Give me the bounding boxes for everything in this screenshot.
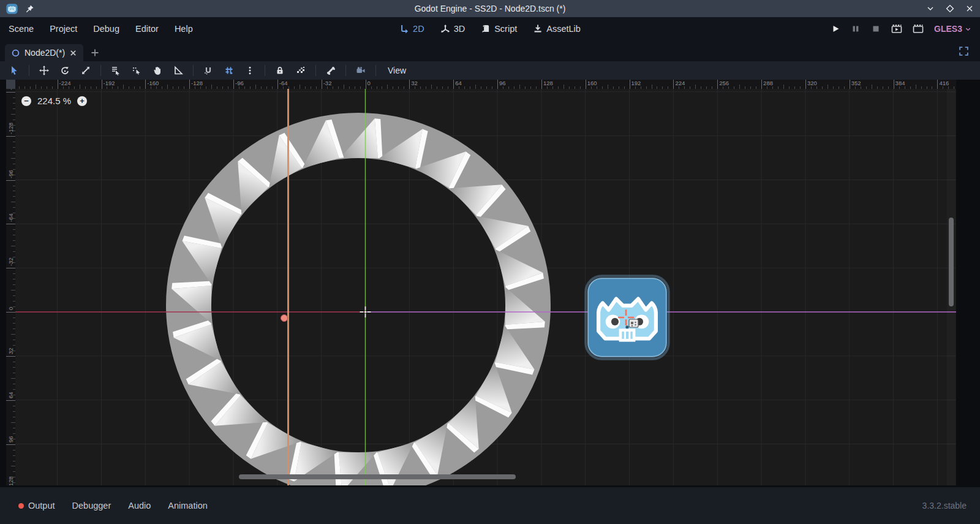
canvas-toolbar: View — [0, 61, 980, 80]
play-scene-icon[interactable] — [891, 24, 902, 34]
toolbar-separator — [315, 65, 316, 76]
scene-tab-bar: Node2D(*) — [0, 40, 980, 61]
horizontal-scrollbar[interactable] — [239, 474, 516, 479]
distraction-free-button[interactable] — [952, 44, 975, 59]
title-bar: Godot Engine - SS2D - Node2D.tscn (*) — [0, 0, 980, 17]
view-menu[interactable]: View — [382, 66, 412, 75]
shape-control-point[interactable] — [281, 315, 288, 322]
toolbar-separator — [29, 65, 29, 76]
scene-tab-label: Node2D(*) — [24, 48, 65, 58]
zoom-percent-label[interactable]: 224.5 % — [37, 96, 71, 106]
dock-tab-animation[interactable]: Animation — [159, 501, 216, 511]
ruler-tool-icon — [173, 66, 183, 75]
maximize-icon[interactable] — [946, 4, 954, 13]
toolbar-separator — [345, 65, 346, 76]
godot-sprite[interactable] — [586, 276, 668, 359]
canvas-viewport: -224-192-160-128-96-64-32032649612816019… — [0, 80, 980, 485]
zoom-minus-icon[interactable]: − — [21, 96, 31, 106]
move-tool-button[interactable] — [35, 63, 53, 78]
dock-tab-audio[interactable]: Audio — [119, 501, 159, 511]
bottom-panel: Output Debugger Audio Animation 3.3.2.st… — [0, 485, 980, 524]
always-select-button[interactable] — [127, 63, 146, 78]
zoom-plus-icon[interactable]: + — [77, 96, 87, 106]
play-custom-scene-icon[interactable] — [913, 24, 924, 34]
group-button[interactable] — [292, 63, 310, 78]
group-icon — [296, 66, 306, 75]
list-select-button[interactable] — [107, 63, 125, 78]
toolbar-separator — [375, 65, 376, 76]
menu-scene[interactable]: Scene — [9, 24, 34, 34]
bone-icon — [326, 66, 336, 75]
new-scene-tab-button[interactable] — [83, 44, 107, 61]
tab-3d[interactable]: 3D — [440, 24, 466, 34]
output-alert-dot — [18, 503, 24, 509]
canvas-drawing[interactable] — [15, 89, 956, 485]
pause-icon[interactable] — [851, 24, 861, 34]
bone-button[interactable] — [322, 63, 340, 78]
workspace-2d-icon — [399, 24, 409, 34]
assetlib-icon — [533, 24, 543, 34]
menu-editor[interactable]: Editor — [135, 24, 159, 34]
rotate-tool-button[interactable] — [56, 63, 74, 78]
scale-tool-icon — [81, 66, 91, 75]
window-title: Godot Engine - SS2D - Node2D.tscn (*) — [0, 4, 980, 13]
script-icon — [481, 24, 491, 34]
godot-logo-icon — [6, 3, 18, 15]
skeleton-options-button[interactable] — [352, 63, 370, 78]
close-tab-icon[interactable] — [69, 49, 77, 57]
tab-2d[interactable]: 2D — [399, 24, 424, 34]
scene-tab-node2d[interactable]: Node2D(*) — [5, 44, 83, 61]
menu-project[interactable]: Project — [50, 24, 77, 34]
skeleton-icon — [356, 66, 366, 75]
smart-snap-button[interactable] — [199, 63, 217, 78]
toolbar-separator — [265, 65, 265, 76]
list-select-icon — [111, 66, 121, 75]
select-tool-icon — [9, 66, 19, 75]
scale-tool-button[interactable] — [77, 63, 95, 78]
rotate-tool-icon — [60, 66, 70, 75]
menu-bar: Scene Project Debug Editor Help 2D 3D Sc… — [0, 17, 980, 40]
stop-icon[interactable] — [871, 24, 881, 34]
always-select-icon — [132, 66, 141, 75]
vertical-ruler: -160-128-96-64-320326496128 — [6, 89, 15, 485]
ss2d-ring-shape[interactable] — [166, 113, 551, 485]
smart-snap-icon — [203, 66, 213, 75]
workspace-3d-icon — [440, 24, 450, 34]
ruler-corner — [6, 80, 15, 89]
renderer-chevron-icon — [965, 26, 971, 32]
select-tool-button[interactable] — [5, 63, 23, 78]
renderer-label: GLES3 — [934, 24, 962, 34]
play-icon[interactable] — [831, 24, 840, 34]
snap-options-button[interactable] — [241, 63, 259, 78]
dock-tab-debugger[interactable]: Debugger — [64, 501, 120, 511]
grid-snap-icon — [224, 66, 234, 75]
lock-button[interactable] — [271, 63, 289, 78]
dock-tab-output[interactable]: Output — [10, 501, 64, 511]
menu-debug[interactable]: Debug — [93, 24, 119, 34]
toolbar-separator — [193, 65, 194, 76]
canvas-2d[interactable]: − 224.5 % + — [15, 89, 956, 485]
drag-cursor-icon — [629, 319, 638, 327]
close-icon[interactable] — [965, 4, 974, 13]
expand-icon — [959, 46, 969, 56]
pan-tool-button[interactable] — [148, 63, 167, 78]
horizontal-ruler: -224-192-160-128-96-64-32032649612816019… — [15, 80, 956, 89]
node2d-icon — [11, 48, 20, 58]
tab-assetlib[interactable]: AssetLib — [533, 24, 581, 34]
snap-options-icon — [245, 66, 255, 75]
origin-gizmo — [360, 306, 371, 317]
grid-snap-button[interactable] — [220, 63, 238, 78]
toolbar-separator — [100, 65, 101, 76]
tab-script[interactable]: Script — [481, 24, 517, 34]
vertical-scrollbar[interactable] — [949, 218, 954, 306]
pan-tool-icon — [153, 66, 162, 75]
engine-version: 3.3.2.stable — [922, 501, 970, 511]
move-tool-icon — [39, 66, 49, 75]
renderer-select[interactable]: GLES3 — [934, 24, 971, 34]
new-tab-icon — [91, 48, 99, 57]
lock-icon — [275, 66, 285, 75]
ruler-tool-button[interactable] — [169, 63, 187, 78]
menu-help[interactable]: Help — [175, 24, 193, 34]
pin-icon[interactable] — [25, 4, 34, 13]
minimize-icon[interactable] — [926, 4, 935, 13]
